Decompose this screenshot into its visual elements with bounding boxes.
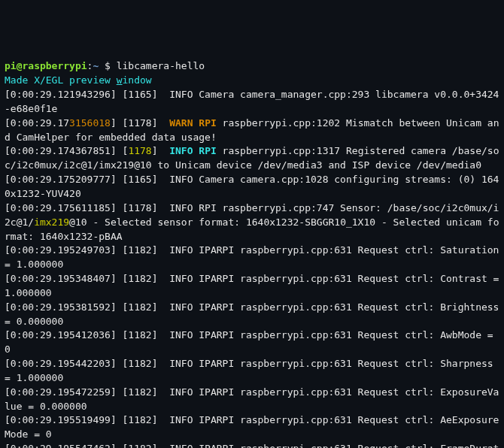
prompt-dollar: $ [99,60,116,71]
log-line-pid: 1178 [128,145,151,156]
log-line: [0:00:29.174367851] [ [5,145,128,156]
log-line: [0:00:29.195519499] [1182] INFO IPARPI r… [5,414,499,440]
log-level-warn: WARN RPI [169,117,217,129]
log-line: indow [123,74,152,86]
prompt-host: raspberrypi [22,60,87,71]
command-input: libcamera-hello [117,60,205,71]
terminal-output[interactable]: pi@raspberrypi:~ $ libcamera-hello Made … [5,59,499,448]
log-level-info: INFO RPI [169,145,217,156]
log-line: [0:00:29.195381592] [1182] INFO IPARPI r… [5,301,504,327]
log-line: [0:00:29.195472259] [1182] INFO IPARPI r… [5,386,499,412]
log-line: [0:00:29.17 [5,117,69,129]
log-line-sensor: imx219 [34,216,69,228]
log-line: [0:00:29.195249703] [1182] INFO IPARPI r… [5,244,504,270]
log-line: [0:00:29.195547462] [1182] INFO IPARPI r… [5,443,499,448]
log-line: @10 - Selected sensor format: 1640x1232-… [5,216,499,242]
log-line: [0:00:29.175209777] [1165] INFO Camera c… [5,174,499,199]
log-line: ] [1178] [111,117,169,129]
log-line-timestamp: 3156018 [69,117,111,129]
prompt-user: pi [5,60,17,71]
log-line: [0:00:29.195442203] [1182] INFO IPARPI r… [5,358,499,383]
log-line: [0:00:29.195412036] [1182] INFO IPARPI r… [5,329,499,355]
log-line-underline: w [117,74,123,86]
log-line: [0:00:29.121943296] [1165] INFO Camera c… [5,89,499,114]
log-line: [0:00:29.195348407] [1182] INFO IPARPI r… [5,273,504,298]
log-line: ] [152,145,169,156]
log-line: Made X/EGL preview [5,74,117,86]
